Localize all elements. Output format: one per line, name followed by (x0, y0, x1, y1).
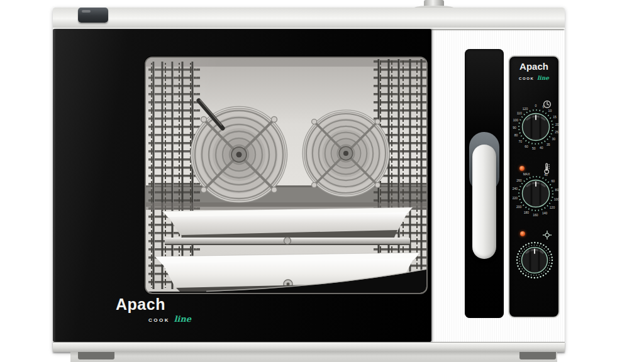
dial-label: 90 (513, 126, 516, 129)
dial-label: 0 (535, 104, 537, 107)
dial-label: 240 (513, 187, 518, 190)
dial-label: 260 (516, 178, 521, 182)
panel-cook-label: Cook (519, 77, 534, 80)
base-pedestal (70, 352, 557, 362)
left-rack-rails (148, 62, 200, 289)
left-foot (78, 352, 114, 359)
dial-label: 200 (516, 205, 521, 209)
dial-label: 5 (543, 105, 545, 109)
dial-label: 80 (514, 133, 518, 137)
dial-label: 25 (555, 130, 558, 134)
humidity-knob (509, 235, 560, 285)
dial-label: 110 (517, 111, 522, 115)
dial-label: 30 (552, 137, 556, 141)
door-glass-window (145, 57, 428, 294)
dial-label: 70 (518, 140, 522, 143)
right-fan-guard (303, 111, 389, 197)
dial-label: 140 (542, 211, 547, 215)
temperature-knob: 406080100120140160180200220240260MAX (511, 168, 561, 219)
dial-label: MAX (523, 172, 530, 176)
dial-label: 100 (513, 118, 518, 122)
dial-label: 15 (553, 115, 557, 119)
oven-door: Apach Cook line (53, 29, 431, 342)
panel-line-script: line (537, 75, 549, 81)
timer-knob-dial (511, 102, 561, 152)
temperature-knob-dial (511, 168, 561, 219)
dial-label: 10 (548, 109, 552, 112)
dial-label: 50 (532, 146, 536, 150)
oven-interior (146, 58, 428, 294)
control-panel: Apach Cook line 051015202530354050607080… (508, 55, 560, 318)
dial-label: 40 (544, 173, 548, 177)
handle-mount-panel (465, 49, 504, 318)
bottom-rail (53, 342, 565, 352)
top-panel (53, 8, 565, 29)
dial-label: 60 (525, 145, 528, 148)
panel-brand-wordmark: Apach (509, 62, 558, 71)
door-brand-logo: Apach Cook line (116, 297, 191, 324)
dial-label: 120 (523, 107, 528, 111)
right-foot (519, 352, 556, 359)
panel-brand-logo: Apach Cook line (509, 62, 558, 82)
product-photo-convection-oven: Apach Cook line Apach Cook line (0, 0, 644, 362)
dial-label: 60 (552, 179, 555, 183)
door-hinge (78, 8, 108, 23)
dial-label: 180 (524, 211, 529, 214)
brand-cook-label: Cook (148, 317, 170, 323)
humidity-knob-dial (509, 235, 560, 285)
brand-wordmark: Apach (116, 297, 191, 312)
dial-label: 160 (533, 213, 538, 217)
dial-label: 100 (554, 197, 559, 201)
dial-label: 20 (555, 123, 559, 126)
dial-label: 80 (555, 188, 559, 192)
dial-label: 40 (540, 146, 543, 150)
timer-knob: 05101520253035405060708090100110120 (511, 102, 561, 152)
brand-line-script: line (174, 314, 191, 324)
door-handle (472, 145, 496, 259)
dial-label: 120 (550, 206, 555, 209)
dial-label: 220 (513, 196, 518, 200)
dial-label: 35 (547, 143, 550, 146)
